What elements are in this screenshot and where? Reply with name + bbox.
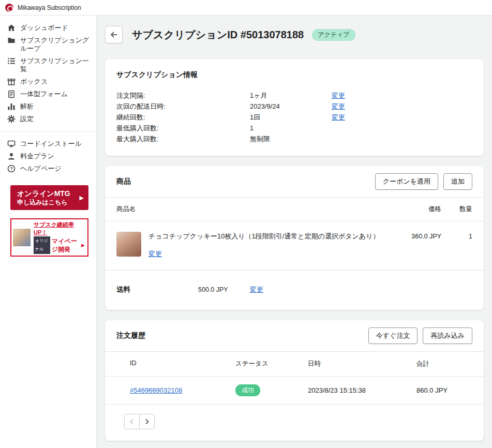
order-status-cell: 成功 — [235, 384, 308, 396]
sidebar-item-label: ヘルプページ — [20, 165, 62, 173]
sidebar-secondary-nav: コードインストール 料金プラン ? ヘルプページ — [0, 138, 96, 175]
sidebar-item-subscription-list[interactable]: サブスクリプション一覧 — [0, 55, 96, 76]
play-arrow-icon: ▶ — [80, 195, 84, 201]
apply-coupon-button[interactable]: クーポンを適用 — [375, 173, 438, 190]
promo-text: サブスク継続率UP！ オリジナル マイページ開発 ▶ — [34, 221, 85, 254]
sidebar-item-label: 料金プラン — [20, 152, 54, 160]
online-mtg-line1: オンラインMTG — [17, 189, 70, 198]
products-card-header: 商品 クーポンを適用 追加 — [105, 166, 484, 198]
change-shipping-link[interactable]: 変更 — [250, 285, 263, 294]
sidebar-item-label: ボックス — [20, 78, 48, 86]
sidebar-item-label: 一体型フォーム — [20, 90, 68, 98]
sidebar-item-box[interactable]: ボックス — [0, 76, 96, 88]
list-icon — [7, 57, 16, 65]
sidebar-item-pricing-plan[interactable]: 料金プラン — [0, 150, 96, 162]
sidebar-primary-nav: ダッシュボード サブスクリプショングループ サブスクリプション一覧 ボックス — [0, 22, 96, 125]
sidebar-item-label: サブスクリプション一覧 — [20, 57, 92, 73]
status-badge: アクティブ — [312, 29, 355, 41]
shipping-price: 500.0 JPY — [198, 286, 250, 293]
order-row: #5469669032108 成功 2023/8/23 15:15:38 860… — [105, 377, 484, 405]
column-total: 合計 — [416, 360, 472, 368]
sidebar-item-help[interactable]: ? ヘルプページ — [0, 162, 96, 175]
product-row: チョコチップクッキー10枚入り（1段階割引/通常と定期の選択ボタンあり） 変更 … — [105, 221, 484, 271]
back-button[interactable] — [105, 26, 123, 43]
order-total: 860.0 JPY — [416, 386, 472, 394]
sidebar-item-label: ダッシュボード — [20, 24, 68, 32]
info-label: 次回の配送日時: — [116, 101, 250, 112]
order-datetime: 2023/8/23 15:15:38 — [308, 386, 416, 394]
subscription-info-card: サブスクリプション情報 注文間隔: 1ヶ月 変更 次回の配送日時: 2023/9… — [105, 59, 484, 156]
help-icon: ? — [7, 165, 16, 173]
column-status: ステータス — [235, 360, 308, 368]
page-title: サブスクリプションID #5013078188 — [132, 28, 304, 42]
order-now-button[interactable]: 今すぐ注文 — [368, 327, 418, 344]
folder-icon — [7, 36, 16, 44]
order-id-link[interactable]: #5469669032108 — [130, 386, 235, 394]
shipping-label: 送料 — [116, 285, 198, 294]
online-mtg-banner[interactable]: オンラインMTG 申し込みはこちら ▶ — [10, 185, 88, 210]
sidebar-item-label: 設定 — [20, 115, 34, 123]
promo-photo — [13, 229, 31, 246]
products-card: 商品 クーポンを適用 追加 商品名 価格 数量 チョコチップクッキー10枚入り（… — [105, 166, 484, 310]
column-product-name: 商品名 — [116, 205, 395, 214]
promo-line1: サブスク継続率UP！ — [34, 221, 85, 236]
pagination-next-button[interactable] — [139, 414, 155, 429]
change-interval-link[interactable]: 変更 — [332, 90, 363, 101]
order-history-title: 注文履歴 — [116, 331, 145, 340]
add-product-button[interactable]: 追加 — [443, 173, 472, 190]
user-icon — [7, 152, 16, 160]
sidebar-item-settings[interactable]: 設定 — [0, 113, 96, 125]
promo-dev-label: マイページ開発 — [52, 237, 80, 253]
chart-icon — [7, 102, 16, 111]
sidebar-item-dashboard[interactable]: ダッシュボード — [0, 22, 96, 34]
order-table-header: ID ステータス 日時 合計 — [105, 352, 484, 377]
info-row-interval: 注文間隔: 1ヶ月 変更 — [116, 90, 472, 101]
sidebar-item-label: コードインストール — [20, 140, 82, 148]
info-value: 1 — [250, 123, 332, 133]
info-value: 2023/9/24 — [250, 101, 332, 112]
info-row-renewal-count: 継続回数: 1回 変更 — [116, 112, 472, 123]
info-row-max-purchases: 最大購入回数: 無制限 — [116, 133, 472, 144]
info-row-next-delivery: 次回の配送日時: 2023/9/24 変更 — [116, 101, 472, 112]
sidebar-item-subscription-group[interactable]: サブスクリプショングループ — [0, 34, 96, 55]
code-icon — [7, 140, 16, 148]
mypage-promo-banner[interactable]: サブスク継続率UP！ オリジナル マイページ開発 ▶ — [10, 218, 88, 257]
arrow-left-icon — [110, 31, 118, 39]
chevron-left-icon — [129, 419, 135, 425]
chevron-right-icon — [144, 419, 150, 425]
brand-logo-icon — [5, 4, 13, 12]
product-image — [116, 232, 141, 257]
info-label: 注文間隔: — [116, 90, 250, 101]
sidebar-item-label: サブスクリプショングループ — [20, 36, 92, 53]
sidebar-item-form[interactable]: 一体型フォーム — [0, 88, 96, 100]
info-label: 最大購入回数: — [116, 133, 250, 144]
change-renewal-count-link[interactable]: 変更 — [332, 112, 363, 123]
box-icon — [7, 78, 16, 86]
reload-button[interactable]: 再読み込み — [423, 327, 472, 344]
pagination — [105, 405, 484, 441]
column-price: 価格 — [395, 205, 441, 214]
shipping-row: 送料 500.0 JPY 変更 — [105, 271, 484, 310]
info-value: 1ヶ月 — [250, 90, 332, 101]
change-next-delivery-link[interactable]: 変更 — [332, 101, 363, 112]
order-history-header: 注文履歴 今すぐ注文 再読み込み — [105, 320, 484, 352]
promo-line2: オリジナル マイページ開発 ▶ — [34, 236, 85, 254]
pagination-prev-button[interactable] — [124, 414, 140, 429]
product-qty: 1 — [441, 232, 472, 240]
promo-arrow-icon: ▶ — [81, 241, 85, 249]
success-badge: 成功 — [235, 384, 260, 396]
products-title: 商品 — [116, 177, 131, 186]
order-history-actions: 今すぐ注文 再読み込み — [368, 327, 472, 344]
sidebar-item-analytics[interactable]: 解析 — [0, 100, 96, 113]
sidebar-divider — [0, 131, 96, 132]
sidebar-item-code-install[interactable]: コードインストール — [0, 138, 96, 150]
page-header: サブスクリプションID #5013078188 アクティブ — [105, 26, 484, 43]
promo-tag: オリジナル — [34, 236, 50, 254]
product-name-cell: チョコチップクッキー10枚入り（1段階割引/通常と定期の選択ボタンあり） 変更 — [148, 232, 395, 259]
online-mtg-banner-text: オンラインMTG 申し込みはこちら — [17, 189, 70, 206]
order-history-card: 注文履歴 今すぐ注文 再読み込み ID ステータス 日時 合計 #5469669… — [105, 320, 484, 441]
product-name: チョコチップクッキー10枚入り（1段階割引/通常と定期の選択ボタンあり） — [148, 232, 389, 241]
change-product-link[interactable]: 変更 — [148, 249, 162, 259]
sidebar-item-label: 解析 — [20, 102, 34, 111]
column-qty: 数量 — [441, 205, 472, 214]
